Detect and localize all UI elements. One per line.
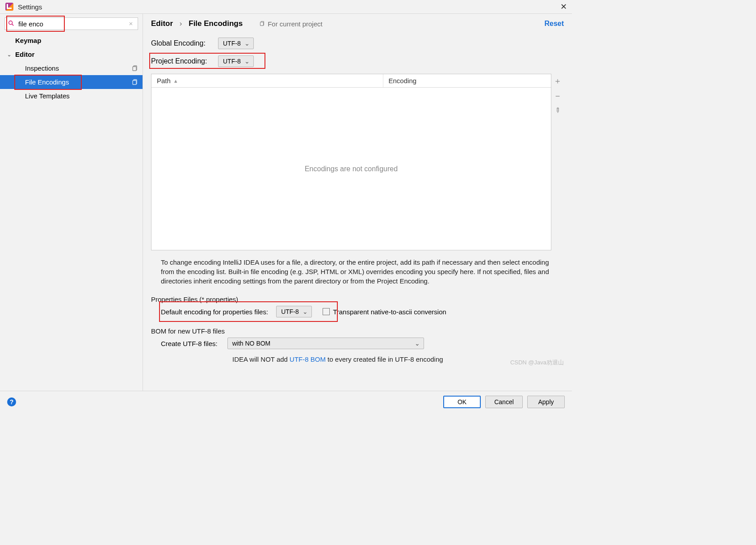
help-note: To change encoding IntelliJ IDEA uses fo… <box>161 258 554 286</box>
table-empty-text: Encodings are not configured <box>151 88 551 250</box>
apply-button[interactable]: Apply <box>527 396 565 408</box>
bom-section-label: BOM for new UTF-8 files <box>151 327 564 335</box>
project-encoding-dropdown[interactable]: UTF-8 ⌄ <box>218 55 254 67</box>
tree-item-inspections[interactable]: Inspections <box>0 61 143 75</box>
sidebar: × Keymap ⌄ Editor Inspections File Encod… <box>0 14 143 391</box>
bom-hint: IDEA will NOT add UTF-8 BOM to every cre… <box>232 355 572 363</box>
edit-button[interactable]: ✎ <box>553 106 563 115</box>
close-button[interactable]: ✕ <box>559 3 567 11</box>
chevron-down-icon[interactable]: ⌄ <box>7 52 11 58</box>
column-header-encoding[interactable]: Encoding <box>383 74 551 87</box>
global-encoding-label: Global Encoding: <box>151 39 218 47</box>
project-scope-badge: For current project <box>259 20 323 28</box>
add-button[interactable]: ＋ <box>554 76 562 86</box>
search-input[interactable] <box>4 17 138 30</box>
tree-item-editor[interactable]: ⌄ Editor <box>0 47 143 61</box>
chevron-down-icon: ⌄ <box>244 58 250 65</box>
chevron-down-icon: ⌄ <box>244 40 250 47</box>
create-utf8-label: Create UTF-8 files: <box>161 340 218 347</box>
title-bar: Settings ✕ <box>0 0 572 13</box>
help-button[interactable]: ? <box>7 397 16 406</box>
column-header-path[interactable]: Path ▲ <box>151 74 383 87</box>
content-pane: Editor › File Encodings For current proj… <box>143 14 572 391</box>
transparent-ascii-checkbox[interactable]: Transparent native-to-ascii conversion <box>323 308 446 316</box>
svg-rect-3 <box>133 80 136 84</box>
copy-icon <box>131 65 138 72</box>
chevron-right-icon: › <box>180 19 182 28</box>
remove-button[interactable]: − <box>555 92 560 101</box>
sort-asc-icon: ▲ <box>173 78 178 84</box>
ok-button[interactable]: OK <box>443 396 481 408</box>
breadcrumb: Editor › File Encodings <box>151 19 243 28</box>
dialog-footer: ? OK Cancel Apply <box>0 391 572 413</box>
default-prop-encoding-dropdown[interactable]: UTF-8 ⌄ <box>276 306 312 317</box>
window-title: Settings <box>18 3 42 11</box>
project-encoding-label: Project Encoding: <box>151 57 218 65</box>
encoding-table: Path ▲ Encoding Encodings are not config… <box>151 74 551 250</box>
tree-item-live-templates[interactable]: Live Templates <box>0 89 143 103</box>
clear-search-icon[interactable]: × <box>127 20 135 27</box>
chevron-down-icon: ⌄ <box>415 340 420 347</box>
tree-item-keymap[interactable]: Keymap <box>0 34 143 47</box>
properties-section-label: Properties Files (*.properties) <box>151 296 564 303</box>
chevron-down-icon: ⌄ <box>302 308 308 315</box>
copy-icon <box>131 79 138 86</box>
svg-rect-2 <box>133 67 136 71</box>
cancel-button[interactable]: Cancel <box>485 396 523 408</box>
global-encoding-dropdown[interactable]: UTF-8 ⌄ <box>218 38 254 49</box>
utf8-bom-link[interactable]: UTF-8 BOM <box>290 355 326 363</box>
settings-tree: Keymap ⌄ Editor Inspections File Encodin… <box>0 34 143 103</box>
checkbox-icon <box>323 308 330 315</box>
default-prop-encoding-label: Default encoding for properties files: <box>161 308 268 316</box>
create-utf8-dropdown[interactable]: with NO BOM ⌄ <box>227 338 424 349</box>
svg-rect-4 <box>260 22 264 26</box>
reset-link[interactable]: Reset <box>544 20 564 28</box>
tree-item-file-encodings[interactable]: File Encodings <box>0 75 143 89</box>
app-icon <box>5 3 13 11</box>
